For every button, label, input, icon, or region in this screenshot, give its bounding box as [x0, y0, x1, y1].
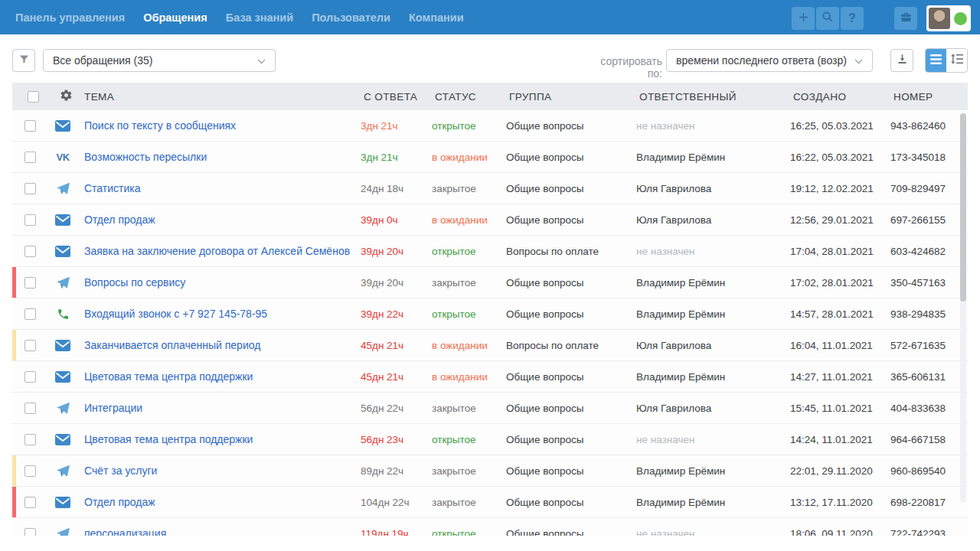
status-value: открытое	[429, 246, 503, 257]
header-number[interactable]: НОМЕР	[887, 91, 968, 103]
ticket-number: 960-869540	[887, 465, 968, 477]
filter-button[interactable]	[12, 49, 35, 72]
nav-item-0[interactable]: Панель управления	[15, 11, 125, 24]
workspace-button[interactable]	[894, 7, 917, 30]
ticket-topic-link[interactable]: Заканчивается оплаченный период	[84, 339, 260, 351]
table-row[interactable]: Статистика 24дн 18ч закрытое Общие вопро…	[12, 173, 968, 204]
ticket-number: 350-457163	[887, 277, 968, 289]
row-checkbox[interactable]	[24, 465, 36, 477]
status-value: закрытое	[429, 183, 503, 194]
table-row[interactable]: Вопросы по сервису 39дн 20ч закрытое Общ…	[12, 267, 968, 298]
ticket-number: 943-862460	[887, 120, 968, 132]
nav-item-3[interactable]: Пользователи	[312, 11, 390, 24]
group-value: Общие вопросы	[503, 497, 633, 508]
ticket-filter-select[interactable]: Все обращения (35)	[43, 49, 276, 72]
telegram-icon	[56, 527, 70, 536]
responsible-value: не назначен	[633, 434, 787, 445]
ticket-topic-link[interactable]: Цветовая тема центра поддержки	[84, 370, 253, 383]
ticket-number: 572-671635	[887, 340, 968, 351]
status-value: открытое	[429, 120, 503, 132]
ticket-number: 964-667158	[887, 434, 968, 445]
header-group[interactable]: ГРУППА	[503, 91, 633, 103]
row-checkbox[interactable]	[24, 403, 36, 414]
ticket-topic-link[interactable]: Цветовая тема центра поддержки	[84, 433, 253, 445]
responsible-value: Владимир Ерёмин	[633, 308, 787, 320]
export-button[interactable]	[890, 49, 913, 72]
created-value: 17:02, 28.01.2021	[787, 277, 887, 289]
table-row[interactable]: Заявка на заключение договора от Алексей…	[12, 236, 968, 267]
table-row[interactable]: Счёт за услуги 89дн 22ч закрытое Общие в…	[12, 455, 968, 487]
ticket-topic-link[interactable]: Заявка на заключение договора от Алексей…	[84, 245, 350, 257]
ticket-topic-link[interactable]: Поиск по тексту в сообщениях	[84, 119, 236, 132]
search-button[interactable]	[816, 7, 839, 30]
row-checkbox[interactable]	[24, 528, 36, 536]
since-reply-value: 45дн 21ч	[358, 371, 429, 383]
header-since-reply[interactable]: С ОТВЕТА	[358, 91, 429, 103]
created-value: 16:04, 11.01.2021	[787, 340, 887, 351]
group-value: Общие вопросы	[503, 152, 633, 163]
chevron-down-icon	[257, 54, 266, 67]
ticket-topic-link[interactable]: Вопросы по сервису	[84, 276, 185, 289]
add-button[interactable]	[792, 7, 815, 30]
ticket-rows: Поиск по тексту в сообщениях 3дн 21ч отк…	[12, 110, 968, 536]
priority-stripe	[12, 142, 16, 172]
responsible-value: не назначен	[633, 528, 787, 536]
gear-icon[interactable]	[60, 89, 73, 104]
group-value: Общие вопросы	[503, 308, 633, 320]
row-checkbox[interactable]	[24, 214, 36, 226]
ticket-topic-link[interactable]: Отдел продаж	[84, 496, 155, 508]
row-checkbox[interactable]	[24, 371, 36, 383]
table-row[interactable]: Интеграции 56дн 22ч закрытое Общие вопро…	[12, 393, 968, 424]
header-status[interactable]: СТАТУС	[429, 91, 503, 103]
header-topic[interactable]: ТЕМА	[78, 91, 358, 103]
question-icon: ?	[848, 11, 856, 25]
table-row[interactable]: Заканчивается оплаченный период 45дн 21ч…	[12, 330, 968, 361]
row-checkbox[interactable]	[24, 308, 36, 320]
table-row[interactable]: Цветовая тема центра поддержки 56дн 23ч …	[12, 424, 968, 455]
responsible-value: Юля Гаврилова	[633, 183, 787, 194]
user-menu[interactable]	[926, 5, 971, 31]
ticket-topic-link[interactable]: Входящий звонок с +7 927 145-78-95	[84, 308, 267, 320]
ticket-topic-link[interactable]: Возможность пересылки	[84, 151, 207, 163]
ticket-topic-link[interactable]: Интеграции	[84, 402, 142, 414]
row-density-icon	[950, 54, 963, 67]
row-checkbox[interactable]	[24, 120, 36, 132]
row-checkbox[interactable]	[24, 183, 36, 194]
ticket-number: 404-833638	[887, 403, 968, 414]
row-checkbox[interactable]	[24, 277, 36, 289]
table-row[interactable]: персонализация 119дн 19ч открытое Общие …	[12, 518, 968, 536]
nav-item-4[interactable]: Компании	[409, 11, 464, 24]
created-value: 14:57, 28.01.2021	[787, 308, 887, 320]
responsible-value: Владимир Ерёмин	[633, 465, 787, 477]
nav-item-1[interactable]: Обращения	[143, 11, 207, 24]
sort-select-value: времени последнего ответа (возр)	[676, 54, 847, 67]
ticket-topic-link[interactable]: Счёт за услуги	[84, 465, 157, 477]
header-responsible[interactable]: ОТВЕТСТВЕННЫЙ	[633, 91, 787, 103]
row-checkbox[interactable]	[24, 152, 36, 163]
mail-icon	[55, 120, 70, 132]
table-row[interactable]: Отдел продаж 39дн 0ч в ожидании Общие во…	[12, 204, 968, 236]
row-checkbox[interactable]	[24, 246, 36, 257]
row-checkbox[interactable]	[24, 340, 36, 351]
table-row[interactable]: Цветовая тема центра поддержки 45дн 21ч …	[12, 361, 968, 393]
nav-item-2[interactable]: База знаний	[226, 11, 293, 24]
ticket-number: 603-424682	[887, 246, 968, 257]
table-row[interactable]: Поиск по тексту в сообщениях 3дн 21ч отк…	[12, 110, 968, 142]
row-checkbox[interactable]	[24, 497, 36, 508]
table-row[interactable]: VK Возможность пересылки 3дн 21ч в ожида…	[12, 142, 968, 173]
table-row[interactable]: Входящий звонок с +7 927 145-78-95 39дн …	[12, 298, 968, 330]
density-view-button[interactable]	[946, 49, 967, 72]
ticket-topic-link[interactable]: персонализация	[84, 527, 166, 536]
select-all-checkbox[interactable]	[28, 91, 39, 103]
table-row[interactable]: Отдел продаж 104дн 22ч закрытое Общие во…	[12, 487, 968, 518]
responsible-value: Владимир Ерёмин	[633, 371, 787, 383]
row-checkbox[interactable]	[24, 434, 36, 445]
scrollbar-thumb[interactable]	[960, 113, 966, 302]
help-button[interactable]: ?	[841, 7, 864, 30]
sort-select[interactable]: времени последнего ответа (возр)	[666, 49, 873, 72]
list-view-button[interactable]	[926, 49, 946, 72]
priority-stripe	[12, 173, 16, 204]
ticket-topic-link[interactable]: Отдел продаж	[84, 214, 155, 226]
ticket-topic-link[interactable]: Статистика	[84, 182, 141, 194]
header-created[interactable]: СОЗДАНО	[787, 91, 887, 103]
